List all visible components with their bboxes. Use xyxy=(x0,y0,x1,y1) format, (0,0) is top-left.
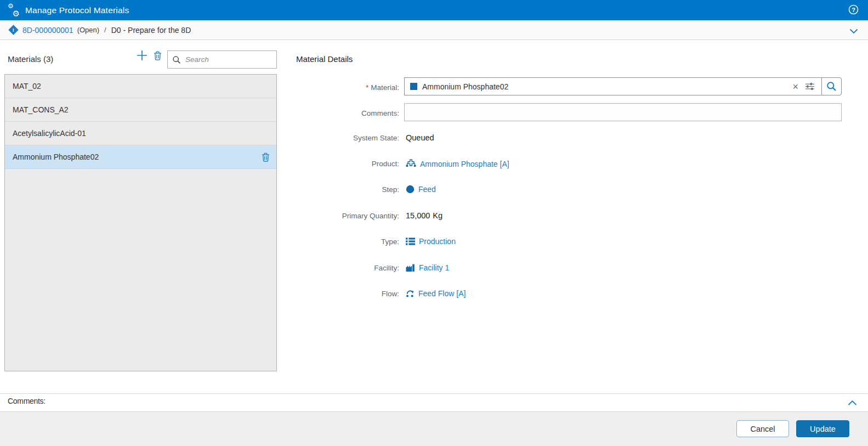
type-link[interactable]: Production xyxy=(419,237,456,246)
details-title: Material Details xyxy=(296,54,353,64)
material-list-item[interactable]: MAT_02 xyxy=(5,75,276,98)
material-list-item[interactable]: MAT_CONS_A2 xyxy=(5,98,276,122)
material-list-item-selected[interactable]: Ammonium Phosphate02 xyxy=(5,145,276,169)
breadcrumb-step: D0 - Prepare for the 8D xyxy=(111,26,191,35)
primary-quantity-unit: Kg xyxy=(433,211,442,220)
field-flow: Flow: Feed Flow [A] xyxy=(296,289,790,298)
search-icon xyxy=(172,55,181,64)
type-icon xyxy=(406,238,415,245)
flow-link[interactable]: Feed Flow [A] xyxy=(418,289,466,298)
materials-search-input[interactable] xyxy=(185,55,272,64)
footer-bar: Cancel Update xyxy=(0,411,868,446)
chevron-up-icon[interactable] xyxy=(848,398,857,408)
chevron-down-icon[interactable] xyxy=(849,26,858,36)
comments-input[interactable] xyxy=(404,103,842,121)
row-trash-icon[interactable] xyxy=(262,153,270,162)
comments-field-label: Comments: xyxy=(296,108,399,118)
page-title: Manage Protocol Materials xyxy=(25,5,129,15)
delete-material-button[interactable] xyxy=(154,51,162,61)
comments-bar-label: Comments: xyxy=(8,397,46,405)
field-type: Type: Production xyxy=(296,237,790,246)
add-material-button[interactable] xyxy=(135,49,149,62)
manage-protocol-materials-window: ⚙ ⚙ Manage Protocol Materials ? ! 8D-000… xyxy=(0,0,868,446)
field-facility: Facility: Facility 1 xyxy=(296,263,790,272)
material-search-button[interactable] xyxy=(821,77,842,95)
gears-icon: ⚙ ⚙ xyxy=(8,4,20,16)
field-system-state: System State: Queued xyxy=(296,133,790,142)
cancel-button[interactable]: Cancel xyxy=(736,420,789,437)
comments-bar-divider xyxy=(0,393,868,394)
breadcrumb-status: (Open) xyxy=(77,26,99,34)
field-product: Product: Ammonium Phosphate [A] xyxy=(296,159,790,168)
materials-panel-title: Materials (3) xyxy=(8,54,53,64)
system-state-value: Queued xyxy=(406,133,434,142)
clear-icon[interactable]: × xyxy=(792,82,798,92)
material-list-item[interactable]: AcetylsalicylicAcid-01 xyxy=(5,122,276,145)
flow-icon xyxy=(406,289,415,298)
search-icon xyxy=(826,81,837,92)
title-bar: ⚙ ⚙ Manage Protocol Materials ? xyxy=(0,0,868,20)
facility-link[interactable]: Facility 1 xyxy=(419,263,449,272)
field-step: Step: Feed xyxy=(296,185,790,194)
field-primary-quantity: Primary Quantity: 15,000 Kg xyxy=(296,211,790,220)
material-picker-value: Ammonium Phosphate02 xyxy=(422,82,792,91)
product-icon xyxy=(406,159,416,168)
facility-icon xyxy=(406,263,415,272)
material-type-icon xyxy=(410,83,417,90)
breadcrumb: ! 8D-000000001 (Open) / D0 - Prepare for… xyxy=(0,20,868,40)
required-marker: * xyxy=(366,83,368,92)
help-icon[interactable]: ? xyxy=(848,4,859,15)
primary-quantity-value: 15,000 xyxy=(406,211,430,220)
breadcrumb-separator: / xyxy=(104,26,106,34)
material-picker-field[interactable]: Ammonium Phosphate02 × xyxy=(404,77,821,95)
material-field-label: *Material: xyxy=(296,82,399,92)
materials-list: MAT_02 MAT_CONS_A2 AcetylsalicylicAcid-0… xyxy=(4,74,277,371)
alert-diamond-icon: ! xyxy=(8,25,18,35)
material-picker: Ammonium Phosphate02 × xyxy=(404,77,842,95)
materials-search-box xyxy=(167,50,277,69)
filter-sliders-icon[interactable] xyxy=(805,82,815,91)
product-link[interactable]: Ammonium Phosphate [A] xyxy=(420,160,509,168)
step-link[interactable]: Feed xyxy=(418,185,436,194)
step-icon xyxy=(406,185,415,194)
breadcrumb-order-link[interactable]: 8D-000000001 xyxy=(22,26,73,35)
update-button[interactable]: Update xyxy=(796,420,849,437)
svg-text:?: ? xyxy=(852,7,855,13)
